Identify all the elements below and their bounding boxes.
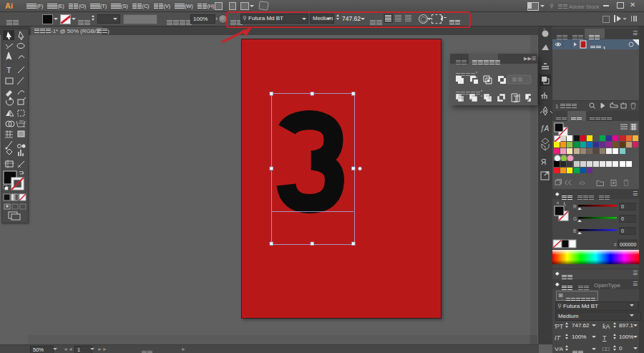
svg-text:T: T	[6, 66, 11, 74]
svg-text:000000: 000000	[620, 242, 636, 247]
svg-text:Я: Я	[541, 158, 546, 166]
svg-text:0: 0	[621, 216, 624, 221]
svg-text:»: »	[543, 26, 546, 31]
svg-text:#: #	[614, 242, 617, 247]
svg-text:G: G	[573, 216, 577, 221]
svg-text:B: B	[573, 228, 576, 233]
svg-text:0: 0	[621, 204, 624, 209]
svg-text:R: R	[573, 204, 577, 209]
svg-text:0: 0	[621, 228, 624, 233]
svg-text:ƒA: ƒA	[540, 125, 550, 132]
